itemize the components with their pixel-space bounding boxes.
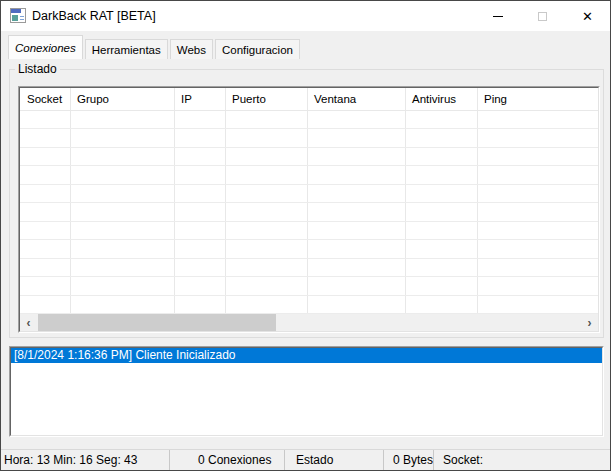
column-header-puerto[interactable]: Puerto bbox=[225, 88, 307, 110]
column-header-socket[interactable]: Socket bbox=[20, 88, 70, 110]
listado-groupbox-label: Listado bbox=[15, 62, 60, 76]
tab-webs[interactable]: Webs bbox=[170, 39, 213, 59]
listado-groupbox: Listado Socket Grupo IP Puerto Ventana A… bbox=[9, 69, 604, 338]
listview-grid bbox=[20, 111, 598, 314]
statusbar-separator bbox=[383, 450, 384, 470]
tabstrip: Conexiones Herramientas Webs Configuraci… bbox=[8, 35, 302, 59]
close-icon: ✕ bbox=[582, 10, 593, 23]
tab-conexiones[interactable]: Conexiones bbox=[8, 35, 83, 59]
status-panel-time: Hora: 13 Min: 16 Seg: 43 bbox=[4, 453, 137, 467]
column-header-antivirus[interactable]: Antivirus bbox=[405, 88, 477, 110]
maximize-icon bbox=[538, 12, 547, 21]
scroll-left-icon[interactable]: ‹ bbox=[20, 314, 37, 331]
status-panel-estado: Estado bbox=[296, 453, 333, 467]
tab-herramientas[interactable]: Herramientas bbox=[85, 39, 168, 59]
minimize-icon bbox=[493, 16, 503, 17]
app-window: DarkBack RAT [BETA] ✕ Conexiones Herrami… bbox=[0, 0, 611, 471]
maximize-button bbox=[520, 1, 565, 31]
close-button[interactable]: ✕ bbox=[565, 1, 610, 31]
column-header-ping[interactable]: Ping bbox=[477, 88, 597, 110]
horizontal-scrollbar[interactable]: ‹ › bbox=[20, 314, 598, 331]
statusbar-separator bbox=[284, 450, 285, 470]
tab-configuracion[interactable]: Configuracion bbox=[215, 39, 300, 59]
status-panel-socket: Socket: bbox=[443, 453, 483, 467]
log-listbox: [8/1/2024 1:16:36 PM] Cliente Inicializa… bbox=[9, 346, 604, 437]
titlebar[interactable]: DarkBack RAT [BETA] ✕ bbox=[1, 1, 610, 31]
column-header-ventana[interactable]: Ventana bbox=[307, 88, 405, 110]
scroll-right-icon[interactable]: › bbox=[581, 314, 598, 331]
minimize-button[interactable] bbox=[475, 1, 520, 31]
column-header-grupo[interactable]: Grupo bbox=[70, 88, 174, 110]
window-title: DarkBack RAT [BETA] bbox=[32, 9, 156, 23]
scrollbar-thumb[interactable] bbox=[38, 314, 276, 331]
app-icon bbox=[10, 8, 26, 23]
statusbar-separator bbox=[433, 450, 434, 470]
log-entry[interactable]: [8/1/2024 1:16:36 PM] Cliente Inicializa… bbox=[11, 348, 602, 363]
column-header-ip[interactable]: IP bbox=[174, 88, 225, 110]
statusbar-separator bbox=[169, 450, 170, 470]
status-panel-connections: 0 Conexiones bbox=[198, 453, 271, 467]
connections-listview: Socket Grupo IP Puerto Ventana Antivirus… bbox=[18, 86, 600, 333]
status-panel-bytes: 0 Bytes bbox=[393, 453, 433, 467]
statusbar: Hora: 13 Min: 16 Seg: 43 0 Conexiones Es… bbox=[1, 449, 610, 470]
